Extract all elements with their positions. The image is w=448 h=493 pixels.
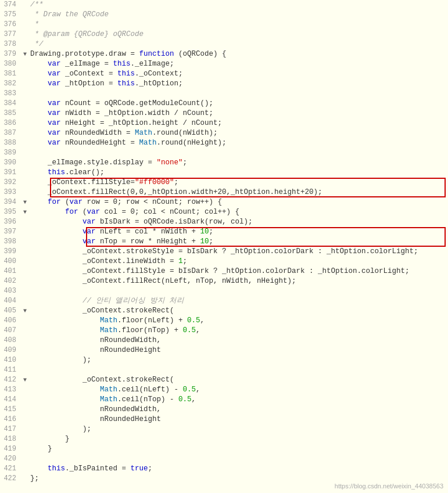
line-number: 421 bbox=[0, 464, 21, 474]
code-line: 400 _oContext.lineWidth = 1; bbox=[0, 257, 448, 267]
code-line: 409 nRoundedHeight bbox=[0, 346, 448, 355]
code-line: 383 bbox=[0, 89, 448, 99]
code-text: /** bbox=[29, 0, 448, 10]
line-number: 385 bbox=[0, 109, 21, 118]
line-number: 381 bbox=[0, 69, 21, 79]
line-number: 406 bbox=[0, 316, 21, 326]
line-number: 387 bbox=[0, 128, 21, 138]
code-text: _elImage.style.display = "none"; bbox=[29, 158, 448, 168]
code-text: // 안티 앨리어싱 방지 처리 bbox=[29, 296, 448, 306]
code-line: 402 _oContext.fillRect(nLeft, nTop, nWid… bbox=[0, 276, 448, 286]
code-text: var nWidth = _htOption.width / nCount; bbox=[29, 109, 448, 118]
line-number: 404 bbox=[0, 296, 21, 306]
line-number: 414 bbox=[0, 395, 21, 405]
line-number: 384 bbox=[0, 99, 21, 109]
fold-icon[interactable]: ▼ bbox=[21, 207, 29, 217]
code-text: } bbox=[29, 434, 448, 444]
code-line: 405▼ _oContext.strokeRect( bbox=[0, 306, 448, 316]
code-text: Math.ceil(nTop) - 0.5, bbox=[29, 395, 448, 405]
line-number: 379 bbox=[0, 49, 21, 59]
code-line: 410 ); bbox=[0, 355, 448, 365]
line-number: 393 bbox=[0, 188, 21, 197]
line-number: 389 bbox=[0, 148, 21, 158]
code-line: 418 } bbox=[0, 434, 448, 444]
code-text: this.clear(); bbox=[29, 168, 448, 178]
fold-icon[interactable]: ▼ bbox=[21, 197, 29, 207]
line-number: 410 bbox=[0, 355, 21, 365]
fold-icon[interactable]: ▼ bbox=[21, 375, 29, 385]
code-text bbox=[29, 365, 448, 375]
line-number: 415 bbox=[0, 405, 21, 415]
code-text: Math.ceil(nLeft) - 0.5, bbox=[29, 385, 448, 395]
line-number: 378 bbox=[0, 39, 21, 49]
line-number: 388 bbox=[0, 138, 21, 148]
code-line: 401 _oContext.fillStyle = bIsDark ? _htO… bbox=[0, 267, 448, 276]
code-text bbox=[29, 148, 448, 158]
line-number: 391 bbox=[0, 168, 21, 178]
fold-icon[interactable]: ▼ bbox=[21, 49, 29, 59]
code-line: 378 */ bbox=[0, 39, 448, 49]
code-line: 412▼ _oContext.strokeRect( bbox=[0, 375, 448, 385]
line-number: 401 bbox=[0, 267, 21, 276]
line-number: 397 bbox=[0, 227, 21, 237]
line-number: 419 bbox=[0, 444, 21, 454]
line-number: 420 bbox=[0, 454, 21, 464]
code-text bbox=[29, 286, 448, 296]
code-text bbox=[29, 89, 448, 99]
line-number: 422 bbox=[0, 474, 21, 484]
code-line: 413 Math.ceil(nLeft) - 0.5, bbox=[0, 385, 448, 395]
line-number: 390 bbox=[0, 158, 21, 168]
code-line: 421 this._bIsPainted = true; bbox=[0, 464, 448, 474]
fold-icon[interactable]: ▼ bbox=[21, 306, 29, 316]
line-number: 408 bbox=[0, 336, 21, 346]
code-line: 398 var nTop = row * nHeight + 10; bbox=[0, 237, 448, 247]
code-line: 374/** bbox=[0, 0, 448, 10]
line-number: 376 bbox=[0, 20, 21, 30]
code-line: 411 bbox=[0, 365, 448, 375]
code-text: var _elImage = this._elImage; bbox=[29, 59, 448, 69]
code-line: 399 _oContext.strokeStyle = bIsDark ? _h… bbox=[0, 247, 448, 257]
code-line: 387 var nRoundedWidth = Math.round(nWidt… bbox=[0, 128, 448, 138]
code-line: 391 this.clear(); bbox=[0, 168, 448, 178]
line-number: 382 bbox=[0, 79, 21, 89]
code-text: _oContext.strokeRect( bbox=[29, 375, 448, 385]
line-number: 409 bbox=[0, 346, 21, 355]
code-text bbox=[29, 454, 448, 464]
code-line: 379▼Drawing.prototype.draw = function (o… bbox=[0, 49, 448, 59]
line-number: 418 bbox=[0, 434, 21, 444]
code-text: ); bbox=[29, 355, 448, 365]
code-line: 415 nRoundedWidth, bbox=[0, 405, 448, 415]
code-text: var nTop = row * nHeight + 10; bbox=[29, 237, 448, 247]
code-text: } bbox=[29, 444, 448, 454]
code-text: Drawing.prototype.draw = function (oQRCo… bbox=[29, 49, 448, 59]
code-line: 390 _elImage.style.display = "none"; bbox=[0, 158, 448, 168]
code-line: 393 _oContext.fillRect(0,0,_htOption.wid… bbox=[0, 188, 448, 197]
code-text: var nCount = oQRCode.getModuleCount(); bbox=[29, 99, 448, 109]
code-text: for (var row = 0; row < nCount; row++) { bbox=[29, 197, 448, 207]
code-text: var bIsDark = oQRCode.isDark(row, col); bbox=[29, 217, 448, 227]
code-text: var nHeight = _htOption.height / nCount; bbox=[29, 118, 448, 128]
line-number: 407 bbox=[0, 326, 21, 336]
code-line: 408 nRoundedWidth, bbox=[0, 336, 448, 346]
code-line: 384 var nCount = oQRCode.getModuleCount(… bbox=[0, 99, 448, 109]
code-line: 395▼ for (var col = 0; col < nCount; col… bbox=[0, 207, 448, 217]
code-line: 420 bbox=[0, 454, 448, 464]
code-text: _oContext.fillRect(nLeft, nTop, nWidth, … bbox=[29, 276, 448, 286]
code-line: 381 var _oContext = this._oContext; bbox=[0, 69, 448, 79]
line-number: 396 bbox=[0, 217, 21, 227]
code-line: 375 * Draw the QRCode bbox=[0, 10, 448, 20]
code-text: nRoundedWidth, bbox=[29, 405, 448, 415]
code-line: 417 ); bbox=[0, 424, 448, 434]
code-text: var nRoundedHeight = Math.round(nHeight)… bbox=[29, 138, 448, 148]
code-line: 386 var nHeight = _htOption.height / nCo… bbox=[0, 118, 448, 128]
line-number: 403 bbox=[0, 286, 21, 296]
code-text: nRoundedHeight bbox=[29, 415, 448, 424]
line-number: 380 bbox=[0, 59, 21, 69]
code-editor: 374/**375 * Draw the QRCode376 *377 * @p… bbox=[0, 0, 448, 493]
line-number: 416 bbox=[0, 415, 21, 424]
code-line: 380 var _elImage = this._elImage; bbox=[0, 59, 448, 69]
code-line: 396 var bIsDark = oQRCode.isDark(row, co… bbox=[0, 217, 448, 227]
code-line: 407 Math.floor(nTop) + 0.5, bbox=[0, 326, 448, 336]
line-number: 402 bbox=[0, 276, 21, 286]
line-number: 395 bbox=[0, 207, 21, 217]
